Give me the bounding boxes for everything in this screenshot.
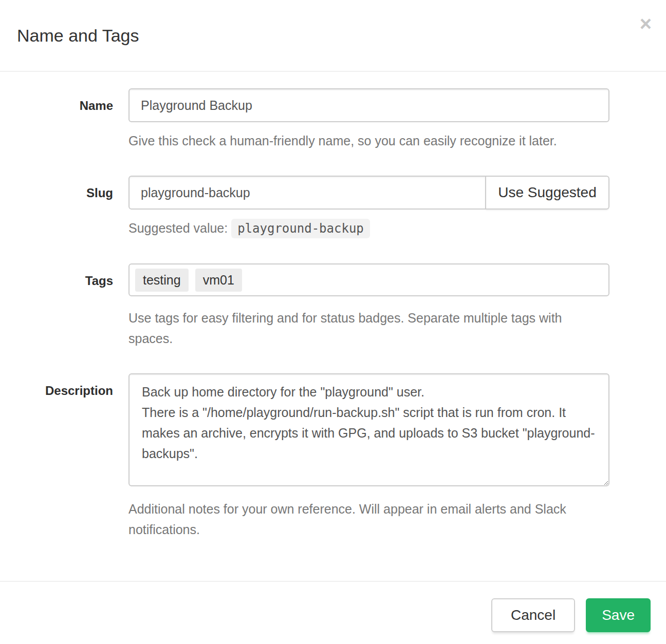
tag-chip-vm01[interactable]: vm01	[195, 269, 242, 292]
slug-input-group: Use Suggested	[128, 176, 609, 210]
name-input[interactable]	[128, 88, 609, 122]
description-label: Description	[0, 373, 128, 540]
slug-help-text: Suggested value: playground-backup	[128, 218, 609, 239]
name-label: Name	[0, 88, 128, 151]
modal-footer: Cancel Save	[0, 581, 666, 644]
description-help-text: Additional notes for your own reference.…	[128, 499, 609, 540]
name-form-row: Name Give this check a human-friendly na…	[0, 88, 666, 151]
description-form-row: Description Back up home directory for t…	[0, 373, 666, 540]
tags-input[interactable]: testing vm01	[128, 263, 609, 296]
tags-label: Tags	[0, 263, 128, 349]
modal-header: Name and Tags ×	[0, 0, 666, 72]
tags-help-text: Use tags for easy filtering and for stat…	[128, 308, 609, 349]
close-icon[interactable]: ×	[640, 13, 652, 34]
modal-title: Name and Tags	[17, 26, 139, 46]
suggested-value-prefix: Suggested value:	[128, 221, 228, 235]
slug-form-row: Slug Use Suggested Suggested value: play…	[0, 176, 666, 239]
tags-form-row: Tags testing vm01 Use tags for easy filt…	[0, 263, 666, 349]
suggested-value-code: playground-backup	[231, 219, 370, 238]
description-textarea[interactable]: Back up home directory for the "playgrou…	[128, 373, 609, 486]
modal-body: Name Give this check a human-friendly na…	[0, 72, 666, 540]
cancel-button[interactable]: Cancel	[491, 598, 575, 632]
name-help-text: Give this check a human-friendly name, s…	[128, 130, 609, 151]
slug-input[interactable]	[128, 176, 486, 210]
save-button[interactable]: Save	[586, 598, 651, 632]
use-suggested-button[interactable]: Use Suggested	[485, 176, 609, 210]
slug-label: Slug	[0, 176, 128, 239]
tag-chip-testing[interactable]: testing	[135, 269, 189, 292]
